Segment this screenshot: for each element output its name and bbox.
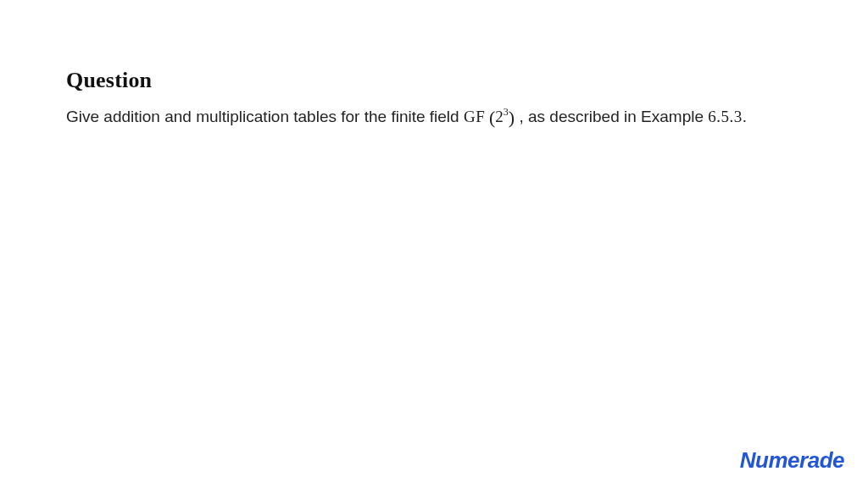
question-text-prefix: Give addition and multiplication tables … [66,108,464,125]
period: . [743,108,747,125]
math-expression: GF (23) [464,108,515,125]
base-2: 2 [495,108,504,125]
logo-text: Numerade [740,447,844,474]
question-block: Question Give addition and multiplicatio… [0,0,868,131]
comma: , [515,108,528,125]
gf-symbol: GF [464,108,485,125]
example-reference: 6.5.3 [708,108,743,125]
numerade-logo: Numerade [740,446,844,473]
question-text-suffix: as described in Example [528,108,708,125]
question-heading: Question [66,68,802,93]
question-text: Give addition and multiplication tables … [66,103,802,131]
